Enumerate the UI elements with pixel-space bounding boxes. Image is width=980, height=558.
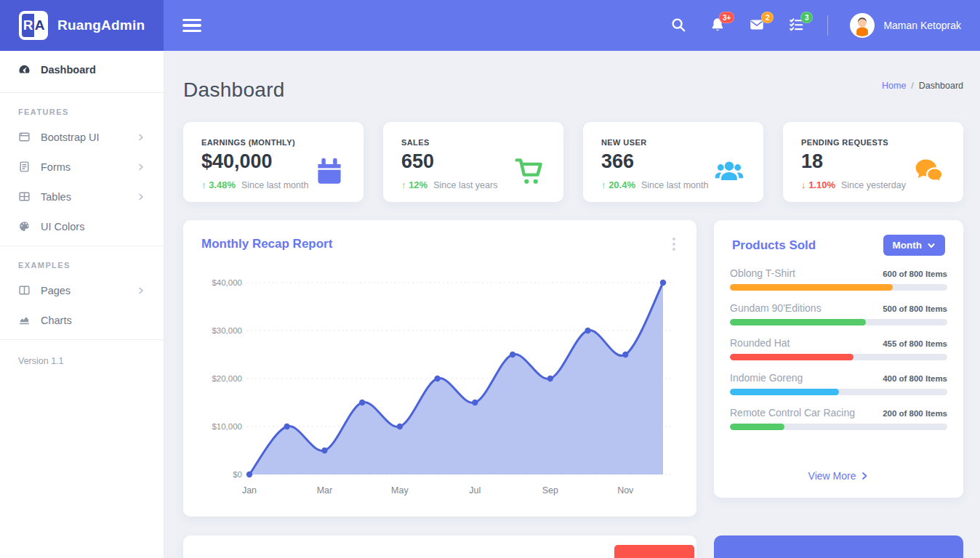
sidebar-item-label: Forms: [41, 161, 71, 173]
sidebar-item-charts[interactable]: Charts: [0, 305, 164, 335]
sidebar-item-dashboard[interactable]: Dashboard: [0, 51, 164, 88]
bell-icon[interactable]: 3+: [710, 17, 727, 34]
breadcrumb-home-link[interactable]: Home: [882, 81, 906, 91]
search-icon[interactable]: [670, 17, 688, 34]
window-icon: [18, 131, 31, 143]
chevron-right-icon: [137, 133, 145, 142]
chart-area-icon: [18, 314, 31, 326]
palette-icon: [18, 220, 31, 232]
products-sold-card: Products Sold Month Oblong T-Shirt 600 o…: [714, 220, 963, 498]
progress-bar: [730, 354, 947, 360]
breadcrumb-separator: /: [911, 81, 913, 91]
product-name: Oblong T-Shirt: [730, 267, 795, 279]
hamburger-menu-icon[interactable]: [182, 19, 201, 33]
svg-text:May: May: [391, 485, 409, 496]
product-name: Indomie Goreng: [730, 372, 803, 384]
navbar-divider: [827, 15, 828, 36]
bottom-card-action-button[interactable]: [614, 545, 694, 558]
bottom-right-card-header: [714, 535, 963, 558]
svg-text:Nov: Nov: [617, 485, 634, 496]
stat-label: EARNINGS (MONTHLY): [201, 138, 345, 147]
dashboard-icon: [18, 63, 31, 76]
avatar: [850, 13, 875, 38]
view-more-link[interactable]: View More: [714, 458, 963, 498]
stat-label: PENDING REQUESTS: [801, 138, 945, 147]
users-icon: [713, 155, 745, 187]
chevron-right-icon: [137, 163, 145, 171]
calendar-icon: [313, 155, 345, 187]
stat-period: Since last month: [241, 180, 308, 190]
main-content: Dashboard Home / Dashboard EARNINGS (MON…: [164, 51, 980, 558]
sidebar-item-label: UI Colors: [41, 221, 84, 232]
stat-card: NEW USER 366 ↑ 20.4% Since last month: [583, 122, 763, 202]
sidebar-item-label: Pages: [41, 285, 71, 296]
sidebar-item-label: Bootstrap UI: [41, 132, 100, 143]
sidebar-item-ui-colors[interactable]: UI Colors: [0, 211, 164, 241]
chevron-right-icon: [860, 472, 869, 480]
user-menu[interactable]: Maman Ketoprak: [850, 13, 961, 38]
progress-bar: [730, 284, 947, 291]
stat-card: EARNINGS (MONTHLY) $40,000 ↑ 3.48% Since…: [183, 122, 364, 202]
breadcrumb-current: Dashboard: [919, 81, 963, 91]
sidebar-divider: [0, 246, 164, 246]
svg-text:$10,000: $10,000: [212, 422, 242, 431]
stat-delta: ↑ 20.4%: [601, 179, 635, 190]
svg-text:$0: $0: [233, 470, 242, 479]
page-title: Dashboard: [183, 78, 285, 102]
stat-card: SALES 650 ↑ 12% Since last years: [383, 122, 563, 202]
envelope-icon[interactable]: 2: [749, 17, 766, 34]
tasks-badge: 3: [800, 12, 813, 23]
progress-bar: [730, 424, 947, 430]
stat-period: Since last month: [641, 180, 708, 190]
svg-text:Sep: Sep: [542, 485, 558, 496]
top-navbar: 3+ 2 3: [164, 0, 980, 51]
stat-period: Since yesterday: [841, 180, 906, 190]
bell-badge: 3+: [719, 12, 734, 23]
brand-name: RuangAdmin: [57, 17, 145, 33]
product-status: 455 of 800 Items: [883, 339, 947, 348]
sidebar-divider: [0, 92, 164, 93]
sidebar-item-label: Tables: [41, 191, 71, 203]
brand-logo-icon: R A: [19, 11, 48, 40]
table-icon: [18, 190, 31, 203]
stat-cards-row: EARNINGS (MONTHLY) $40,000 ↑ 3.48% Since…: [183, 122, 963, 202]
svg-text:Jul: Jul: [469, 485, 481, 496]
tasks-icon[interactable]: 3: [788, 17, 806, 34]
sidebar-item-tables[interactable]: Tables: [0, 182, 164, 211]
product-status: 200 of 800 Items: [883, 409, 947, 418]
sidebar-item-forms[interactable]: Forms: [0, 152, 164, 182]
sidebar-heading-features: FEATURES: [0, 97, 164, 122]
sidebar-version: Version 1.1: [0, 344, 164, 378]
sidebar-heading-examples: EXAMPLES: [0, 251, 164, 275]
svg-text:$40,000: $40,000: [212, 278, 242, 287]
svg-text:Mar: Mar: [317, 485, 333, 496]
chevron-right-icon: [137, 286, 145, 295]
kebab-menu-icon[interactable]: [670, 235, 678, 254]
brand-logo-letter-r: R: [22, 14, 34, 37]
bottom-left-card: [183, 535, 696, 558]
breadcrumb: Home / Dashboard: [882, 81, 963, 91]
user-name: Maman Ketoprak: [883, 20, 961, 31]
brand-logo-letter-a: A: [34, 14, 45, 37]
product-status: 600 of 800 Items: [883, 270, 947, 278]
sidebar: Dashboard FEATURES Bootstrap UI Forms: [0, 51, 164, 558]
form-icon: [18, 161, 31, 173]
brand[interactable]: R A RuangAdmin: [0, 0, 164, 51]
sidebar-item-pages[interactable]: Pages: [0, 275, 164, 305]
stat-delta: ↑ 3.48%: [201, 179, 236, 190]
stat-period: Since last years: [433, 180, 497, 190]
stat-card: PENDING REQUESTS 18 ↓ 1.10% Since yester…: [783, 122, 963, 202]
progress-bar: [730, 319, 947, 326]
monthly-recap-chart: $0$10,000$20,000$30,000$40,000JanMarMayJ…: [201, 262, 678, 502]
products-list: Oblong T-Shirt 600 of 800 Items Gundam 9…: [714, 263, 963, 442]
monthly-recap-card: Monthly Recap Report $0$10,000$20,000$30…: [183, 220, 696, 517]
month-filter-button[interactable]: Month: [883, 235, 945, 256]
columns-icon: [18, 284, 31, 296]
stat-label: SALES: [401, 138, 545, 147]
sidebar-item-label: Dashboard: [41, 64, 96, 76]
product-status: 400 of 800 Items: [883, 374, 947, 383]
stat-label: NEW USER: [601, 138, 745, 147]
product-row: Remote Control Car Racing 200 of 800 Ite…: [730, 407, 947, 430]
stat-delta: ↑ 12%: [401, 179, 427, 190]
sidebar-item-bootstrap-ui[interactable]: Bootstrap UI: [0, 122, 164, 152]
